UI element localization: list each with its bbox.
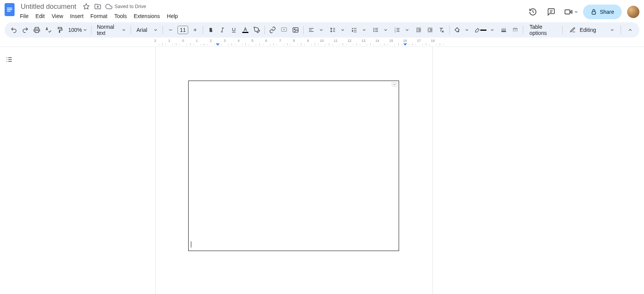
- ruler-number: 10: [320, 39, 324, 43]
- table-options-button[interactable]: Table options: [526, 22, 560, 38]
- insert-image-button[interactable]: [290, 25, 301, 35]
- svg-rect-5: [592, 12, 595, 14]
- cell-background-button[interactable]: [452, 25, 462, 35]
- svg-marker-45: [416, 29, 417, 31]
- undo-button[interactable]: [8, 25, 19, 35]
- ruler-number: 17: [417, 39, 421, 43]
- ruler-number: 5: [251, 39, 253, 43]
- ruler-number: 6: [265, 39, 267, 43]
- decrease-indent-button[interactable]: [413, 25, 424, 35]
- left-indent-marker[interactable]: [216, 43, 220, 46]
- cell-background-dropdown[interactable]: [462, 25, 472, 35]
- line-spacing-dropdown[interactable]: [337, 25, 348, 35]
- border-dash-button[interactable]: [510, 25, 521, 35]
- decrease-font-size-button[interactable]: [165, 25, 176, 35]
- print-button[interactable]: [31, 25, 42, 35]
- border-color-dropdown[interactable]: [487, 25, 498, 35]
- horizontal-ruler[interactable]: 210123456789101112131415161718: [0, 39, 644, 47]
- separator: [562, 26, 563, 34]
- numbered-list-dropdown[interactable]: [402, 25, 412, 35]
- svg-point-19: [294, 29, 295, 30]
- svg-point-30: [373, 30, 374, 30]
- add-comment-button[interactable]: [279, 25, 289, 35]
- checklist-dropdown[interactable]: [359, 25, 370, 35]
- svg-rect-7: [35, 31, 39, 33]
- svg-rect-3: [565, 10, 570, 14]
- right-indent-marker[interactable]: [403, 43, 407, 46]
- menu-tools[interactable]: Tools: [111, 12, 130, 21]
- ruler-number: 8: [293, 39, 295, 43]
- menu-view[interactable]: View: [49, 12, 66, 21]
- svg-text:3: 3: [394, 31, 396, 33]
- document-title[interactable]: Untitled document: [18, 2, 79, 11]
- star-icon[interactable]: [82, 3, 90, 10]
- text-color-button[interactable]: [240, 25, 251, 35]
- zoom-dropdown[interactable]: 100%: [66, 27, 89, 33]
- bold-button[interactable]: [205, 25, 216, 35]
- menu-extensions[interactable]: Extensions: [131, 12, 163, 21]
- align-button[interactable]: [306, 25, 317, 35]
- menu-format[interactable]: Format: [87, 12, 110, 21]
- increase-font-size-button[interactable]: [190, 25, 200, 35]
- comments-icon[interactable]: [545, 5, 558, 18]
- document-page[interactable]: [155, 47, 433, 294]
- paint-format-button[interactable]: [54, 25, 65, 35]
- line-spacing-button[interactable]: [327, 25, 338, 35]
- account-avatar[interactable]: [627, 6, 639, 18]
- menu-help[interactable]: Help: [164, 12, 181, 21]
- ruler-number: 2: [154, 39, 156, 43]
- underline-button[interactable]: [228, 25, 239, 35]
- separator: [203, 26, 203, 34]
- clear-formatting-button[interactable]: [436, 25, 447, 35]
- bulleted-list-dropdown[interactable]: [380, 25, 391, 35]
- ruler-number: 18: [431, 39, 435, 43]
- collapse-toolbar-button[interactable]: [625, 25, 636, 35]
- share-button[interactable]: Share: [583, 5, 622, 19]
- menu-edit[interactable]: Edit: [33, 12, 48, 21]
- spellcheck-button[interactable]: [43, 25, 54, 35]
- cell-menu-button[interactable]: [392, 83, 397, 86]
- cloud-status[interactable]: Saved to Drive: [105, 3, 146, 10]
- text-cursor: [191, 241, 191, 248]
- saved-status-text: Saved to Drive: [115, 4, 146, 9]
- ruler-number: 15: [389, 39, 393, 43]
- meet-dropdown-icon[interactable]: [575, 10, 578, 13]
- font-family-dropdown[interactable]: Arial: [133, 27, 160, 33]
- font-family-value: Arial: [136, 27, 147, 33]
- svg-line-13: [222, 28, 223, 32]
- chevron-down-icon: [611, 28, 614, 31]
- align-dropdown[interactable]: [316, 25, 327, 35]
- table-cell[interactable]: [188, 81, 399, 251]
- history-icon[interactable]: [526, 5, 539, 18]
- border-color-button[interactable]: [473, 25, 488, 35]
- zoom-value: 100%: [68, 27, 82, 33]
- ruler-number: 11: [334, 39, 338, 43]
- menu-insert[interactable]: Insert: [67, 12, 87, 21]
- numbered-list-button[interactable]: 123: [392, 25, 402, 35]
- ruler-number: 1: [196, 39, 198, 43]
- checklist-button[interactable]: [349, 25, 360, 35]
- separator: [523, 26, 523, 34]
- editing-mode-dropdown[interactable]: Editing: [567, 25, 617, 35]
- docs-logo[interactable]: [5, 3, 15, 16]
- font-size-input[interactable]: [177, 26, 188, 34]
- ruler-number: 7: [279, 39, 281, 43]
- chevron-down-icon: [122, 28, 125, 31]
- italic-button[interactable]: [217, 25, 228, 35]
- redo-button[interactable]: [20, 25, 31, 35]
- meet-icon[interactable]: [563, 5, 574, 18]
- toolbar: 100% Normal text Arial 123: [5, 22, 639, 38]
- ruler-number: 16: [403, 39, 407, 43]
- ruler-number: 13: [361, 39, 365, 43]
- ruler-number: 2: [210, 39, 212, 43]
- menu-file[interactable]: File: [17, 12, 32, 21]
- insert-link-button[interactable]: [267, 25, 278, 35]
- increase-indent-button[interactable]: [425, 25, 435, 35]
- svg-rect-6: [35, 27, 39, 29]
- paragraph-style-dropdown[interactable]: Normal text: [94, 24, 129, 36]
- border-width-button[interactable]: [498, 25, 509, 35]
- separator: [449, 26, 450, 34]
- bulleted-list-button[interactable]: [370, 25, 381, 35]
- highlight-color-button[interactable]: [251, 25, 262, 35]
- move-icon[interactable]: [94, 3, 102, 10]
